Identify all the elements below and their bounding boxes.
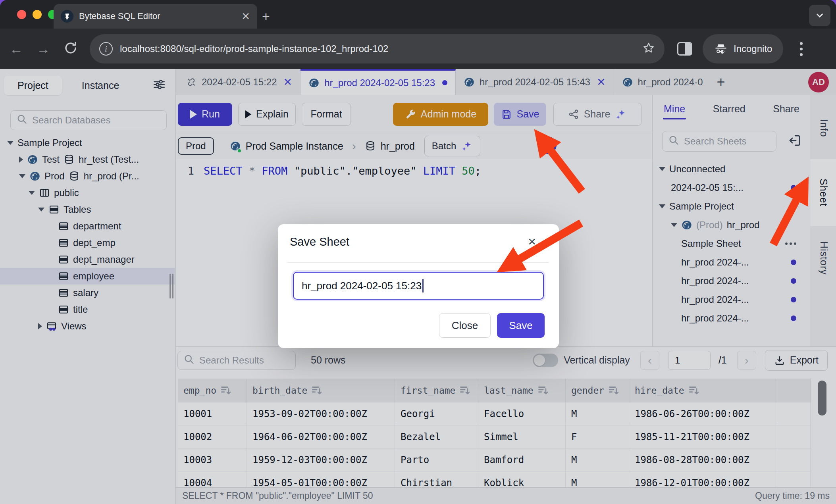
incognito-label: Incognito xyxy=(734,43,772,54)
window-close-button[interactable] xyxy=(17,10,26,19)
divider xyxy=(287,262,549,263)
dialog-title: Save Sheet xyxy=(290,235,349,248)
new-tab-icon[interactable]: + xyxy=(262,9,270,24)
tab-close-icon[interactable]: ✕ xyxy=(241,11,250,21)
screen: { "browser": { "tab_title": "Bytebase SQ… xyxy=(0,0,836,504)
sheet-name-input[interactable]: hr_prod 2024-02-05 15:23 xyxy=(293,272,544,300)
side-panel-icon[interactable] xyxy=(677,42,692,56)
close-button[interactable]: Close xyxy=(439,313,491,338)
reload-icon[interactable] xyxy=(64,41,78,57)
sheet-name-value: hr_prod 2024-02-05 15:23 xyxy=(302,280,422,292)
url-text: localhost:8080/sql-editor/prod-sample-in… xyxy=(120,43,635,54)
dialog-save-button[interactable]: Save xyxy=(497,313,545,338)
close-icon[interactable]: × xyxy=(528,234,536,249)
browser-tab-title: Bytebase SQL Editor xyxy=(79,11,236,21)
incognito-badge: Incognito xyxy=(703,34,783,63)
back-icon[interactable]: ← xyxy=(7,41,25,57)
browser-window: Bytebase SQL Editor ✕ + ← → i localhost:… xyxy=(0,0,836,504)
forward-icon[interactable]: → xyxy=(34,41,52,57)
site-info-icon[interactable]: i xyxy=(99,42,113,56)
browser-tab[interactable]: Bytebase SQL Editor ✕ xyxy=(54,4,257,29)
bytebase-favicon xyxy=(61,10,73,23)
address-bar[interactable]: i localhost:8080/sql-editor/prod-sample-… xyxy=(90,34,665,63)
browser-toolbar: ← → i localhost:8080/sql-editor/prod-sam… xyxy=(0,29,836,69)
incognito-icon xyxy=(714,42,728,56)
window-minimize-button[interactable] xyxy=(33,10,42,19)
text-cursor xyxy=(422,279,424,292)
browser-tabstrip: Bytebase SQL Editor ✕ + xyxy=(0,0,836,29)
tab-search-chevron-icon[interactable] xyxy=(809,5,830,26)
menu-kebab-icon[interactable] xyxy=(800,42,803,56)
bytebase-app: Project Instance Search Databases Sample… xyxy=(0,69,836,504)
save-sheet-dialog: Save Sheet × hr_prod 2024-02-05 15:23 Cl… xyxy=(278,224,559,348)
star-icon[interactable] xyxy=(642,42,655,56)
